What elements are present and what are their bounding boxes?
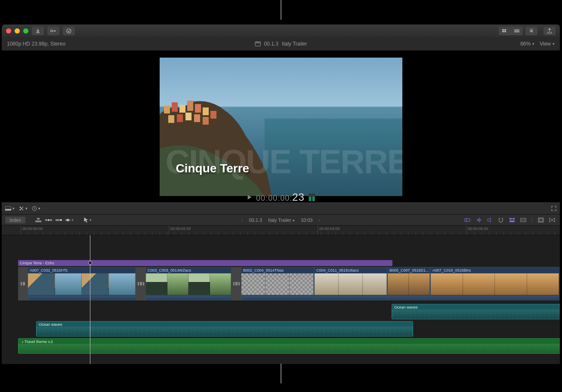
playhead[interactable] bbox=[90, 235, 90, 364]
svg-rect-28 bbox=[48, 219, 49, 221]
timeline-duration: 10:03 bbox=[301, 217, 313, 223]
svg-rect-18 bbox=[194, 114, 200, 122]
svg-rect-6 bbox=[514, 30, 519, 31]
audio-skimming-button[interactable] bbox=[474, 217, 483, 224]
primary-storyline: A007_C032_0515HTs C003_C003_0514WZacs B0… bbox=[18, 267, 560, 300]
title-clip[interactable]: Cinque Terre - Echo bbox=[18, 260, 392, 266]
svg-rect-25 bbox=[35, 220, 41, 222]
app-window: 1080p HD 23.98p, Stereo 00.1.3 Italy Tra… bbox=[2, 24, 560, 364]
clip-appearance-button[interactable] bbox=[519, 217, 528, 224]
clapperboard-icon bbox=[254, 41, 260, 46]
ruler-tick: 00:00:02:00 bbox=[169, 226, 191, 235]
minimize-window-button[interactable] bbox=[15, 28, 20, 34]
project-name: Italy Trailer bbox=[282, 41, 307, 47]
layout-menu[interactable]: ▾ bbox=[5, 206, 15, 211]
skimming-button[interactable] bbox=[463, 217, 472, 224]
svg-rect-4 bbox=[502, 31, 504, 32]
effects-browser-button[interactable] bbox=[537, 217, 545, 224]
timeline-project-code: 00.1.3 bbox=[249, 217, 262, 223]
snapping-button[interactable] bbox=[497, 217, 505, 224]
close-window-button[interactable] bbox=[6, 28, 11, 34]
background-tasks-button[interactable] bbox=[63, 27, 75, 35]
zoom-dropdown[interactable]: 66%▾ bbox=[520, 41, 534, 47]
svg-rect-33 bbox=[67, 219, 68, 221]
svg-rect-16 bbox=[177, 114, 183, 122]
svg-point-22 bbox=[20, 209, 21, 211]
svg-rect-11 bbox=[187, 101, 193, 111]
svg-point-39 bbox=[522, 220, 522, 220]
callout-line-top bbox=[281, 0, 281, 20]
window-titlebar bbox=[2, 24, 560, 37]
svg-rect-8 bbox=[164, 106, 170, 113]
window-traffic-lights bbox=[6, 28, 28, 34]
svg-rect-35 bbox=[510, 218, 512, 220]
retime-menu[interactable]: ▾ bbox=[32, 206, 40, 211]
ruler-tick: 00:00:06:00 bbox=[466, 226, 488, 235]
video-clip[interactable]: B005_C007_0516D1... bbox=[387, 267, 430, 300]
svg-point-41 bbox=[524, 220, 525, 220]
transition-clip[interactable] bbox=[136, 267, 145, 300]
svg-rect-36 bbox=[513, 218, 515, 220]
audio-clip[interactable]: ♪ Travel theme v.2 bbox=[18, 338, 560, 354]
svg-rect-21 bbox=[5, 209, 11, 211]
transitions-browser-button[interactable] bbox=[548, 217, 556, 224]
svg-rect-5 bbox=[504, 31, 506, 32]
svg-rect-37 bbox=[510, 220, 515, 222]
video-clip[interactable]: C003_C003_0514WZacs bbox=[145, 267, 232, 300]
format-label: 1080p HD 23.98p, Stereo bbox=[7, 41, 65, 47]
keyword-button[interactable] bbox=[47, 27, 59, 35]
svg-rect-7 bbox=[514, 31, 519, 32]
timeline-toolbar-upper: ▾ ▾ ▾ bbox=[2, 202, 560, 214]
video-clip[interactable]: A007_C032_0515HTs bbox=[28, 267, 136, 300]
svg-point-0 bbox=[51, 30, 52, 31]
svg-rect-2 bbox=[502, 29, 504, 31]
transition-clip[interactable] bbox=[18, 267, 28, 300]
timeline-toggle-button[interactable] bbox=[511, 27, 523, 35]
append-edit-button[interactable] bbox=[55, 217, 63, 224]
browser-toggle-button[interactable] bbox=[499, 27, 511, 35]
timeline-project-menu[interactable]: Italy Trailer ▾ bbox=[268, 217, 295, 223]
timeline-nav-next[interactable]: › bbox=[318, 217, 320, 223]
overwrite-edit-button[interactable]: ▾ bbox=[65, 217, 74, 224]
svg-point-1 bbox=[67, 29, 71, 33]
timecode-display: 00:00:00:23 bbox=[256, 191, 305, 203]
view-dropdown[interactable]: View▾ bbox=[540, 41, 555, 47]
timeline-ruler[interactable]: 00:00:00:00 00:00:02:00 00:00:04:00 00:0… bbox=[2, 226, 560, 235]
fullscreen-button[interactable] bbox=[551, 206, 556, 211]
lane-button[interactable] bbox=[508, 217, 516, 224]
preview-frame[interactable]: CINQUE TERRE Cinque Terre bbox=[160, 58, 402, 196]
zoom-window-button[interactable] bbox=[23, 28, 28, 34]
share-button[interactable] bbox=[543, 27, 556, 35]
audio-clip[interactable]: Ocean waves bbox=[392, 304, 560, 319]
timeline-toolbar-lower: Index ▾ ▾ ‹ 00.1.3 Italy Trailer ▾ 10:03… bbox=[2, 214, 560, 226]
video-clip[interactable]: A007_C018_0515BKs bbox=[430, 267, 559, 300]
video-clip[interactable]: C004_C011_0515U6acs bbox=[314, 267, 387, 300]
svg-rect-3 bbox=[504, 29, 506, 31]
project-code: 00.1.3 bbox=[264, 41, 278, 47]
insert-edit-button[interactable] bbox=[44, 217, 53, 224]
play-icon[interactable] bbox=[247, 195, 252, 200]
trim-menu[interactable]: ▾ bbox=[19, 206, 28, 211]
timeline-nav-prev[interactable]: ‹ bbox=[241, 217, 243, 223]
svg-rect-26 bbox=[37, 218, 40, 220]
transition-clip[interactable] bbox=[232, 267, 241, 300]
solo-button[interactable] bbox=[485, 217, 494, 224]
viewer-info-bar: 1080p HD 23.98p, Stereo 00.1.3 Italy Tra… bbox=[2, 37, 560, 51]
audio-clip[interactable]: Ocean waves bbox=[36, 321, 413, 337]
connect-edit-button[interactable] bbox=[34, 217, 43, 224]
inspector-toggle-button[interactable] bbox=[525, 27, 537, 35]
svg-point-23 bbox=[20, 207, 21, 208]
title-main-text: Cinque Terre bbox=[176, 162, 250, 175]
svg-rect-19 bbox=[203, 117, 209, 125]
ruler-tick: 00:00:00:00 bbox=[21, 226, 43, 235]
svg-rect-15 bbox=[168, 115, 174, 123]
callout-line-bottom bbox=[281, 364, 281, 383]
index-button[interactable]: Index bbox=[5, 217, 25, 224]
import-button[interactable] bbox=[32, 27, 44, 35]
svg-rect-29 bbox=[50, 219, 52, 221]
svg-rect-13 bbox=[203, 107, 209, 115]
svg-rect-34 bbox=[465, 219, 470, 221]
timeline-area[interactable]: Cinque Terre - Echo A007_C032_0515HTs C0… bbox=[2, 235, 560, 364]
video-clip[interactable]: B002_C004_0514TNas bbox=[241, 267, 314, 300]
select-tool[interactable]: ▾ bbox=[83, 217, 92, 224]
